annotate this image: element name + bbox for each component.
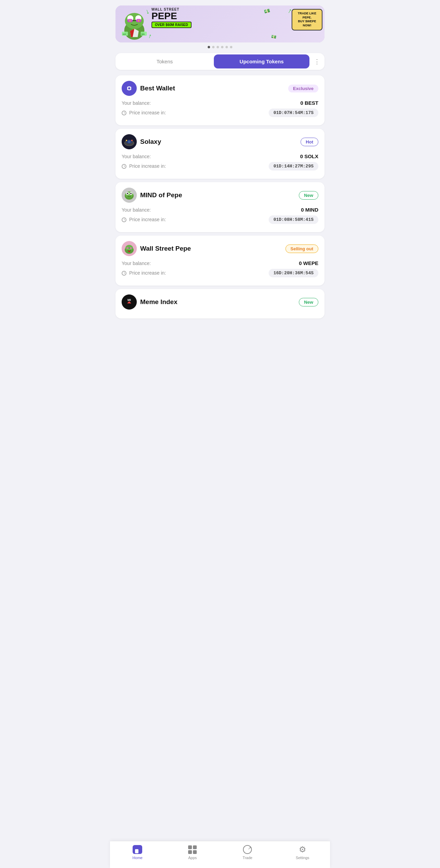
- svg-text:MI: MI: [127, 298, 131, 302]
- svg-point-28: [127, 193, 128, 194]
- meme-index-name: Meme Index: [140, 298, 178, 306]
- best-wallet-price-label: Price increase in:: [122, 110, 166, 115]
- svg-text:$: $: [129, 20, 131, 22]
- meme-index-icon: MI: [122, 294, 137, 310]
- banner-cta-line2: BUY $WEPE NOW!: [295, 20, 319, 27]
- mind-of-pepe-name: MIND of Pepe: [140, 191, 182, 199]
- best-wallet-timer: 01D:07H:54M:17S: [269, 109, 318, 117]
- token-card-mind-of-pepe[interactable]: MIND of Pepe New Your balance: 0 MIND Pr…: [115, 182, 325, 232]
- token-card-best-wallet[interactable]: Best Wallet Exclusive Your balance: 0 BE…: [115, 75, 325, 125]
- best-wallet-name: Best Wallet: [140, 85, 175, 92]
- solaxy-price-label: Price increase in:: [122, 163, 166, 169]
- svg-text:$: $: [138, 20, 139, 22]
- promo-banner[interactable]: $ $ $$$ $$$ ↓ ↑ ↑ 💵: [115, 5, 325, 42]
- banner-cta-line1: TRADE LIKE PEPE.: [295, 12, 319, 20]
- svg-text:$$$: $$$: [123, 33, 126, 35]
- solaxy-balance-value: 0 SOLX: [300, 153, 318, 159]
- banner-title: PEPE: [151, 11, 177, 21]
- tab-more-button[interactable]: ⋮: [311, 55, 323, 68]
- svg-point-29: [130, 193, 132, 194]
- dot-1[interactable]: [208, 46, 210, 48]
- carousel-dots: [110, 46, 330, 48]
- wall-street-pepe-balance-label: Your balance:: [122, 261, 151, 266]
- solaxy-balance-label: Your balance:: [122, 154, 151, 159]
- wall-street-pepe-badge: Selling out: [285, 244, 318, 253]
- mind-of-pepe-badge: New: [299, 191, 318, 200]
- dot-6[interactable]: [230, 46, 232, 48]
- solaxy-name: Solaxy: [140, 138, 161, 146]
- dot-4[interactable]: [221, 46, 223, 48]
- solaxy-clock-icon: [122, 164, 126, 169]
- mind-of-pepe-timer: 01D:08H:58M:41S: [269, 215, 318, 224]
- wall-street-pepe-name: Wall Street Pepe: [140, 245, 191, 252]
- banner-cta[interactable]: TRADE LIKE PEPE. BUY $WEPE NOW!: [292, 9, 322, 30]
- token-list: Best Wallet Exclusive Your balance: 0 BE…: [110, 75, 330, 353]
- svg-point-21: [126, 140, 127, 141]
- tab-bar: Tokens Upcoming Tokens ⋮: [115, 53, 325, 70]
- dot-3[interactable]: [217, 46, 219, 48]
- best-wallet-balance-value: 0 BEST: [300, 100, 318, 106]
- solaxy-badge: Hot: [301, 138, 318, 146]
- mind-of-pepe-icon: [122, 188, 137, 203]
- wall-street-pepe-balance-value: 0 WEPE: [299, 260, 318, 266]
- best-wallet-clock-icon: [122, 111, 126, 115]
- wall-street-pepe-icon: $ $: [122, 241, 137, 256]
- token-card-solaxy[interactable]: Solaxy Hot Your balance: 0 SOLX Price in…: [115, 129, 325, 179]
- svg-point-20: [128, 140, 131, 143]
- svg-text:$$$: $$$: [142, 33, 145, 35]
- wall-street-pepe-price-label: Price increase in:: [122, 270, 166, 276]
- mind-of-pepe-balance-label: Your balance:: [122, 207, 151, 213]
- dot-5[interactable]: [225, 46, 228, 48]
- tab-upcoming-tokens[interactable]: Upcoming Tokens: [214, 54, 309, 68]
- banner-raised: OVER $60M RAISED: [151, 22, 192, 28]
- solaxy-icon: [122, 134, 137, 149]
- tab-tokens[interactable]: Tokens: [117, 54, 212, 68]
- wall-street-pepe-timer: 16D:20H:36M:54S: [269, 269, 318, 277]
- dot-2[interactable]: [212, 46, 215, 48]
- best-wallet-balance-label: Your balance:: [122, 100, 151, 106]
- token-card-meme-index[interactable]: MI Meme Index New: [115, 289, 325, 318]
- best-wallet-badge: Exclusive: [288, 85, 318, 92]
- svg-point-16: [128, 87, 130, 89]
- meme-index-badge: New: [299, 298, 318, 306]
- svg-point-22: [131, 140, 133, 141]
- mind-of-pepe-price-label: Price increase in:: [122, 217, 166, 222]
- solaxy-timer: 01D:14H:27M:29S: [269, 162, 318, 171]
- best-wallet-icon: [122, 81, 137, 96]
- token-card-wall-street-pepe[interactable]: $ $ Wall Street Pepe Selling out Your ba…: [115, 236, 325, 286]
- mind-of-pepe-balance-value: 0 MIND: [301, 207, 318, 213]
- mind-of-pepe-clock-icon: [122, 217, 126, 222]
- wall-street-pepe-clock-icon: [122, 271, 126, 276]
